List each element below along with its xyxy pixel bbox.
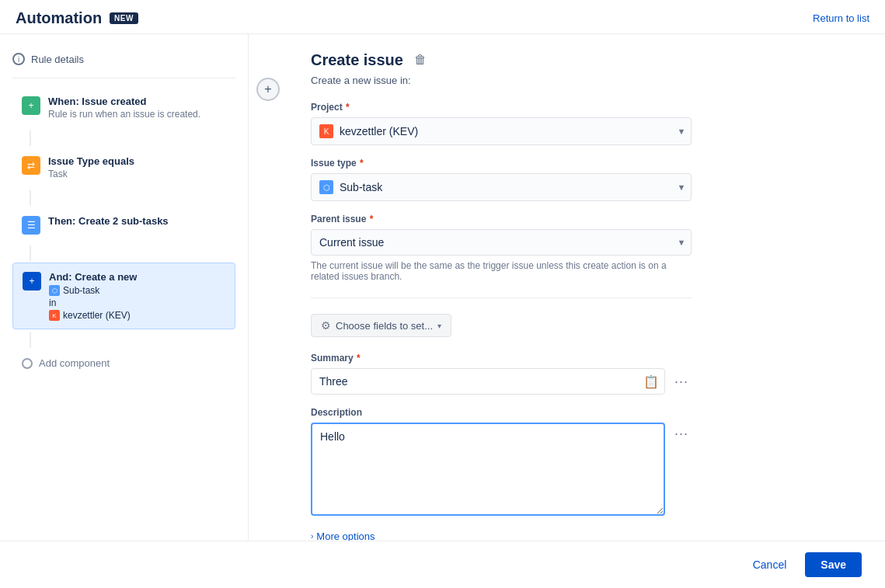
sub-tag-in: in [49, 297, 225, 308]
choose-fields-chevron-icon: ▾ [437, 322, 441, 330]
trigger-desc: Rule is run when an issue is created. [48, 109, 226, 120]
project-select[interactable]: K kevzettler (KEV) [311, 117, 692, 145]
new-badge: NEW [110, 12, 138, 24]
project-label: Project * [311, 102, 862, 113]
description-label: Description [311, 407, 862, 418]
parent-issue-select-value: Current issue [319, 236, 384, 249]
description-wrapper [311, 423, 665, 518]
condition-icon: ⇄ [22, 156, 40, 175]
add-step-button[interactable]: + [256, 78, 280, 101]
choose-fields-label: Choose fields to set... [336, 320, 433, 332]
project-select-value: kevzettler (KEV) [340, 125, 418, 137]
project-tag-icon: K [49, 310, 60, 321]
subtask-type-icon: ⬡ [49, 285, 60, 296]
condition-title: Issue Type equals [48, 155, 226, 167]
parent-issue-select[interactable]: Current issue [311, 229, 692, 256]
form-header: Create issue 🗑 [311, 50, 862, 70]
more-options-label: More options [316, 531, 375, 541]
summary-field-group: Summary * 📋 ··· [311, 353, 862, 395]
content-area: + Create issue 🗑 Create a new issue in: … [249, 34, 885, 541]
return-to-list-link[interactable]: Return to list [813, 12, 869, 24]
connector-line-1 [30, 130, 31, 146]
connector-line-3 [30, 245, 31, 261]
parent-issue-label: Parent issue * [311, 214, 862, 224]
project-select-icon: K [319, 124, 333, 138]
form-title: Create issue [311, 51, 403, 69]
add-circle-icon [22, 358, 33, 369]
summary-more-options-button[interactable]: ··· [671, 371, 692, 393]
form-subtitle: Create a new issue in: [311, 75, 862, 86]
trigger-title: When: Issue created [48, 96, 226, 107]
action2-title: And: Create a new [49, 271, 225, 283]
summary-row: 📋 ··· [311, 368, 692, 395]
sidebar-item-condition[interactable]: ⇄ Issue Type equals Task [12, 148, 235, 187]
sidebar-item-action2[interactable]: + And: Create a new ⬡ Sub-task in K [12, 263, 235, 329]
summary-label: Summary * [311, 353, 862, 364]
choose-fields-button[interactable]: ⚙ Choose fields to set... ▾ [311, 314, 451, 337]
content-connector: + [249, 34, 287, 541]
rule-details-label: Rule details [31, 54, 84, 65]
action1-title: Then: Create 2 sub-tasks [48, 215, 226, 227]
save-button[interactable]: Save [805, 552, 862, 577]
cancel-button[interactable]: Cancel [744, 554, 796, 576]
project-select-wrapper: K kevzettler (KEV) ▾ [311, 117, 692, 145]
issue-type-select-wrapper: ⬡ Sub-task ▾ [311, 173, 692, 201]
add-component-label: Add component [39, 357, 110, 369]
connector-line-4 [30, 332, 31, 348]
issue-type-field-group: Issue type * ⬡ Sub-task ▾ [311, 158, 862, 201]
form-panel: Create issue 🗑 Create a new issue in: Pr… [287, 34, 885, 541]
connector-line-2 [30, 190, 31, 206]
sidebar: i Rule details + When: Issue created Rul… [0, 34, 249, 541]
parent-issue-field-group: Parent issue * Current issue ▾ The curre… [311, 214, 862, 282]
issue-type-select[interactable]: ⬡ Sub-task [311, 173, 692, 201]
sub-tag-type: ⬡ Sub-task [49, 285, 225, 296]
add-component-button[interactable]: Add component [12, 350, 235, 377]
delete-icon[interactable]: 🗑 [411, 50, 430, 70]
page-title: Automation [16, 9, 102, 27]
description-more-options-button[interactable]: ··· [671, 423, 692, 445]
more-options-chevron-icon: › [311, 532, 313, 541]
issue-type-select-value: Sub-task [340, 181, 382, 193]
issue-type-label: Issue type * [311, 158, 862, 169]
info-icon: i [12, 53, 25, 65]
footer: Cancel Save [0, 541, 885, 588]
project-field-group: Project * K kevzettler (KEV) ▾ [311, 102, 862, 145]
action2-icon: + [23, 272, 41, 291]
sidebar-item-trigger[interactable]: + When: Issue created Rule is run when a… [12, 88, 235, 127]
form-divider [311, 297, 692, 298]
trigger-icon: + [22, 96, 40, 115]
sidebar-item-action1[interactable]: ☰ Then: Create 2 sub-tasks [12, 207, 235, 242]
sub-tag-project: K kevzettler (KEV) [49, 310, 225, 321]
more-options-toggle[interactable]: › More options [311, 531, 862, 541]
issue-type-select-icon: ⬡ [319, 180, 333, 194]
sidebar-item-rule-details[interactable]: i Rule details [12, 47, 235, 75]
action1-icon: ☰ [22, 216, 40, 235]
sidebar-divider [12, 78, 235, 78]
description-row: ··· [311, 423, 692, 518]
parent-issue-select-wrapper: Current issue ▾ [311, 229, 692, 256]
description-field-group: Description ··· [311, 407, 862, 518]
summary-input-wrapper: 📋 [311, 368, 665, 395]
gear-icon: ⚙ [321, 319, 331, 332]
condition-desc: Task [48, 169, 226, 179]
summary-input[interactable] [311, 368, 665, 395]
smart-value-button[interactable]: 📋 [643, 374, 659, 389]
description-textarea[interactable] [311, 423, 665, 516]
parent-issue-helper: The current issue will be the same as th… [311, 260, 692, 282]
